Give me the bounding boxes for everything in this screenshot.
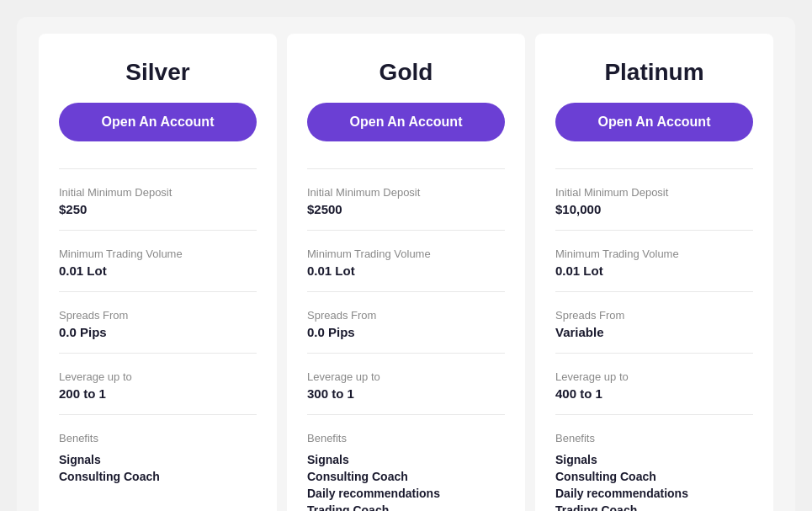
benefit-item-gold-3: Trading Coach	[307, 503, 505, 511]
divider-2-platinum	[555, 230, 753, 231]
divider-2-gold	[307, 230, 505, 231]
leverage-label-platinum: Leverage up to	[555, 370, 753, 383]
benefit-item-gold-2: Daily recommendations	[307, 487, 505, 500]
benefits-section-silver: Benefits SignalsConsulting Coach	[59, 432, 257, 487]
divider-1-gold	[307, 168, 505, 169]
open-account-button-platinum[interactable]: Open An Account	[555, 103, 753, 141]
divider-5-gold	[307, 414, 505, 415]
divider-2-silver	[59, 230, 257, 231]
pricing-card-platinum: Platinum Open An Account Initial Minimum…	[535, 34, 773, 511]
pricing-container: Silver Open An Account Initial Minimum D…	[17, 17, 795, 511]
spreads-from-label-gold: Spreads From	[307, 309, 505, 322]
leverage-value-gold: 300 to 1	[307, 386, 505, 401]
initial-deposit-value-gold: $2500	[307, 202, 505, 216]
benefit-item-platinum-0: Signals	[555, 453, 753, 466]
initial-deposit-label-platinum: Initial Minimum Deposit	[555, 186, 753, 199]
benefit-item-platinum-1: Consulting Coach	[555, 470, 753, 483]
divider-4-platinum	[555, 353, 753, 354]
leverage-label-gold: Leverage up to	[307, 370, 505, 383]
divider-4-gold	[307, 353, 505, 354]
open-account-button-gold[interactable]: Open An Account	[307, 103, 505, 141]
card-title-gold: Gold	[307, 59, 505, 86]
benefits-label-silver: Benefits	[59, 432, 257, 444]
divider-1-silver	[59, 168, 257, 169]
benefit-item-silver-0: Signals	[59, 453, 257, 466]
divider-1-platinum	[555, 168, 753, 169]
divider-5-platinum	[555, 414, 753, 415]
benefit-item-silver-1: Consulting Coach	[59, 470, 257, 483]
divider-3-platinum	[555, 291, 753, 292]
card-title-platinum: Platinum	[555, 59, 753, 86]
pricing-card-silver: Silver Open An Account Initial Minimum D…	[39, 34, 277, 511]
initial-deposit-label-silver: Initial Minimum Deposit	[59, 186, 257, 199]
min-trading-volume-label-gold: Minimum Trading Volume	[307, 248, 505, 260]
benefits-section-platinum: Benefits SignalsConsulting CoachDaily re…	[555, 432, 753, 511]
benefit-item-platinum-3: Trading Coach	[555, 503, 753, 511]
spreads-from-value-gold: 0.0 Pips	[307, 325, 505, 339]
benefits-label-platinum: Benefits	[555, 432, 753, 444]
min-trading-volume-label-silver: Minimum Trading Volume	[59, 248, 257, 260]
divider-3-gold	[307, 291, 505, 292]
initial-deposit-value-platinum: $10,000	[555, 202, 753, 216]
spreads-from-label-silver: Spreads From	[59, 309, 257, 322]
initial-deposit-label-gold: Initial Minimum Deposit	[307, 186, 505, 199]
open-account-button-silver[interactable]: Open An Account	[59, 103, 257, 141]
leverage-value-platinum: 400 to 1	[555, 386, 753, 401]
spreads-from-value-silver: 0.0 Pips	[59, 325, 257, 339]
benefit-item-gold-0: Signals	[307, 453, 505, 466]
benefit-item-platinum-2: Daily recommendations	[555, 487, 753, 500]
benefits-section-gold: Benefits SignalsConsulting CoachDaily re…	[307, 432, 505, 511]
benefit-item-gold-1: Consulting Coach	[307, 470, 505, 483]
min-trading-volume-value-platinum: 0.01 Lot	[555, 263, 753, 278]
leverage-value-silver: 200 to 1	[59, 386, 257, 401]
card-title-silver: Silver	[59, 59, 257, 86]
spreads-from-value-platinum: Variable	[555, 325, 753, 339]
min-trading-volume-value-gold: 0.01 Lot	[307, 263, 505, 278]
pricing-card-gold: Gold Open An Account Initial Minimum Dep…	[287, 34, 525, 511]
benefits-label-gold: Benefits	[307, 432, 505, 444]
min-trading-volume-label-platinum: Minimum Trading Volume	[555, 248, 753, 260]
divider-4-silver	[59, 353, 257, 354]
leverage-label-silver: Leverage up to	[59, 370, 257, 383]
divider-3-silver	[59, 291, 257, 292]
divider-5-silver	[59, 414, 257, 415]
initial-deposit-value-silver: $250	[59, 202, 257, 216]
spreads-from-label-platinum: Spreads From	[555, 309, 753, 322]
min-trading-volume-value-silver: 0.01 Lot	[59, 263, 257, 278]
